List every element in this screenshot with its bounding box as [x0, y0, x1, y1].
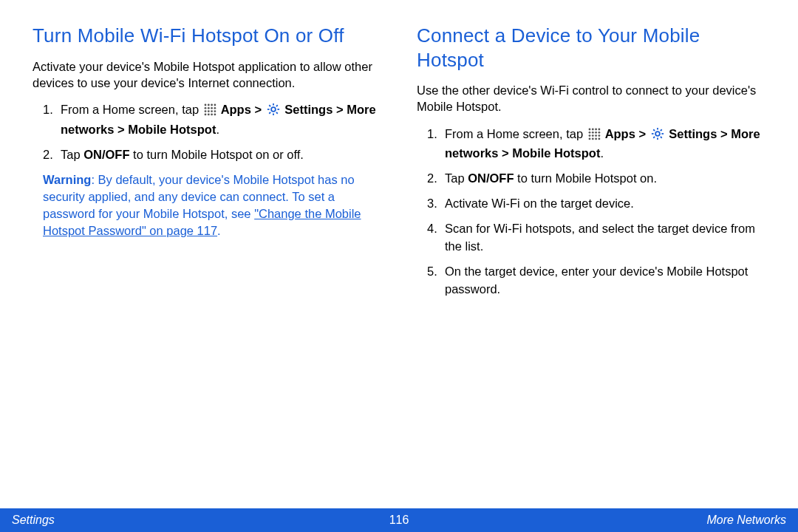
svg-point-9	[208, 110, 210, 112]
text-fragment: .	[216, 123, 219, 136]
text-bold: ON/OFF	[468, 171, 514, 185]
svg-line-24	[269, 112, 270, 114]
step-number: 4.	[427, 220, 445, 256]
svg-point-10	[211, 110, 213, 112]
page-footer: Settings 116 More Networks	[0, 508, 798, 532]
svg-line-23	[276, 105, 278, 106]
svg-point-16	[271, 107, 276, 112]
step-number: 1.	[43, 101, 61, 139]
step-text: Tap ON/OFF to turn Mobile Hotspot on.	[445, 170, 765, 188]
footer-right: More Networks	[706, 514, 786, 527]
svg-point-0	[204, 104, 206, 106]
step-text: Tap ON/OFF to turn Mobile Hotspot on or …	[61, 146, 381, 164]
svg-point-41	[655, 132, 660, 136]
svg-point-15	[214, 114, 216, 116]
text-fragment: Tap	[445, 171, 468, 185]
svg-point-32	[598, 131, 600, 133]
step-number: 2.	[427, 170, 445, 188]
left-step-2: 2. Tap ON/OFF to turn Mobile Hotspot on …	[33, 146, 381, 164]
settings-gear-icon	[267, 103, 280, 121]
svg-point-26	[592, 128, 594, 130]
settings-gear-icon	[651, 127, 664, 146]
step-text: From a Home screen, tap Apps > Settings …	[61, 101, 381, 139]
page-content: Turn Mobile Wi-Fi Hotspot On or Off Acti…	[0, 0, 798, 501]
left-step-1: 1. From a Home screen, tap Apps > Settin…	[33, 101, 381, 139]
svg-point-13	[208, 114, 210, 116]
svg-line-46	[653, 129, 655, 131]
svg-point-2	[211, 104, 213, 106]
text-fragment: to turn Mobile Hotspot on or off.	[130, 148, 304, 161]
warning-label: Warning	[43, 173, 91, 186]
text-bold: ON/OFF	[83, 148, 129, 161]
svg-point-37	[588, 137, 590, 140]
svg-point-5	[208, 107, 210, 109]
right-step-5: 5. On the target device, enter your devi…	[417, 263, 765, 299]
svg-point-29	[588, 131, 590, 133]
footer-left: Settings	[12, 514, 55, 527]
svg-point-7	[214, 107, 216, 109]
footer-page-number: 116	[389, 514, 409, 527]
svg-line-21	[269, 105, 270, 106]
right-step-1: 1. From a Home screen, tap Apps > Settin…	[417, 126, 765, 163]
text-bold: Apps >	[602, 127, 649, 140]
text-bold: Apps >	[218, 103, 265, 116]
svg-point-35	[595, 134, 597, 137]
svg-point-6	[211, 107, 213, 109]
svg-point-28	[598, 128, 600, 130]
intro-right: Use the other device's Wi-Fi control to …	[417, 82, 765, 115]
text-fragment: to turn Mobile Hotspot on.	[514, 171, 658, 185]
step-text: Scan for Wi-Fi hotspots, and select the …	[445, 220, 765, 256]
svg-point-1	[208, 104, 210, 106]
svg-point-25	[588, 128, 590, 130]
step-number: 3.	[427, 195, 445, 213]
left-column: Turn Mobile Wi-Fi Hotspot On or Off Acti…	[33, 24, 381, 501]
step-number: 5.	[427, 263, 445, 299]
svg-point-40	[598, 137, 600, 140]
svg-line-48	[661, 129, 662, 131]
warning-paragraph: Warning: By default, your device's Mobil…	[33, 171, 381, 239]
svg-point-30	[592, 131, 594, 133]
right-column: Connect a Device to Your Mobile Hotspot …	[417, 24, 765, 501]
text-fragment: Tap	[61, 148, 83, 161]
svg-line-47	[661, 136, 662, 137]
svg-point-27	[595, 128, 597, 130]
svg-point-4	[204, 107, 206, 109]
svg-point-8	[204, 110, 206, 112]
svg-point-14	[211, 114, 213, 116]
apps-grid-icon	[588, 128, 601, 146]
text-fragment: From a Home screen, tap	[445, 127, 587, 140]
text-fragment: .	[600, 146, 604, 160]
step-number: 2.	[43, 146, 61, 164]
svg-point-39	[595, 137, 597, 140]
svg-point-34	[592, 134, 594, 137]
svg-point-31	[595, 131, 597, 133]
text-fragment: .	[217, 224, 221, 237]
apps-grid-icon	[204, 103, 216, 121]
svg-point-3	[214, 104, 216, 106]
svg-point-33	[588, 134, 590, 137]
step-text: From a Home screen, tap Apps > Settings …	[445, 126, 765, 163]
svg-point-11	[214, 110, 216, 112]
svg-point-38	[592, 137, 594, 140]
svg-line-49	[653, 136, 655, 137]
text-fragment: From a Home screen, tap	[61, 103, 202, 116]
heading-right: Connect a Device to Your Mobile Hotspot	[417, 24, 765, 72]
svg-point-12	[204, 114, 206, 116]
heading-left: Turn Mobile Wi-Fi Hotspot On or Off	[33, 24, 381, 48]
svg-point-36	[598, 134, 600, 137]
step-number: 1.	[427, 126, 445, 163]
step-text: Activate Wi-Fi on the target device.	[445, 195, 765, 213]
svg-line-22	[276, 112, 278, 114]
step-text: On the target device, enter your device'…	[445, 263, 765, 299]
intro-left: Activate your device's Mobile Hotspot ap…	[33, 58, 381, 92]
right-step-4: 4. Scan for Wi-Fi hotspots, and select t…	[417, 220, 765, 256]
right-step-3: 3. Activate Wi-Fi on the target device.	[417, 195, 765, 213]
right-step-2: 2. Tap ON/OFF to turn Mobile Hotspot on.	[417, 170, 765, 188]
